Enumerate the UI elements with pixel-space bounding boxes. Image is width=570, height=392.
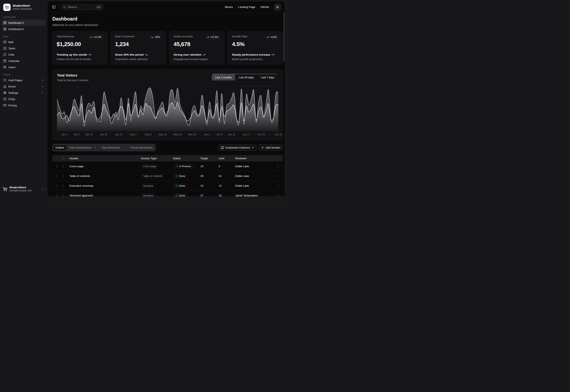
chevron-right-icon xyxy=(41,79,44,82)
tab-past-performance[interactable]: Past Performance3 xyxy=(67,144,99,151)
row-header-label[interactable]: Table of contents xyxy=(70,174,141,178)
row-checkbox[interactable] xyxy=(63,194,63,196)
sidebar-toggle-button[interactable] xyxy=(51,4,57,10)
limit-value[interactable]: 24 xyxy=(217,174,235,178)
limit-value[interactable]: 23 xyxy=(217,194,235,196)
sidebar-item-pricing[interactable]: Pricing xyxy=(2,102,46,108)
status-badge: Done xyxy=(173,184,187,188)
limit-value[interactable]: 13 xyxy=(217,184,235,187)
reviewer-value[interactable]: Eddie Lake xyxy=(235,174,273,178)
row-menu-button[interactable] xyxy=(275,164,281,169)
shield-icon xyxy=(3,79,6,82)
target-value[interactable]: 29 xyxy=(199,174,217,178)
sidebar-item-users[interactable]: Users xyxy=(2,64,46,70)
x-axis-tick: May 2 xyxy=(130,133,137,136)
row-menu-button[interactable] xyxy=(275,193,281,196)
row-checkbox[interactable] xyxy=(63,165,63,168)
stat-label: New Customers xyxy=(115,35,135,38)
table-row: Table of contents Table of contents Done… xyxy=(52,171,283,181)
chevron-down-icon xyxy=(251,146,254,149)
drag-handle[interactable] xyxy=(52,165,61,168)
sidebar-item-mail[interactable]: Mail xyxy=(2,39,46,45)
total-visitors-card: Total Visitors Total for the last 3 mont… xyxy=(52,70,283,140)
sidebar-item-auth-pages[interactable]: Auth Pages xyxy=(2,77,46,83)
column-header: Header xyxy=(70,157,141,160)
range-tab-last-30-days[interactable]: Last 30 days xyxy=(235,74,257,81)
sidebar-item-calendar[interactable]: Calendar xyxy=(2,58,46,64)
target-value[interactable]: 10 xyxy=(199,184,217,187)
calendar-icon xyxy=(3,59,6,62)
range-tab-last-7-days[interactable]: Last 7 days xyxy=(257,74,278,81)
search-box[interactable]: K xyxy=(61,4,103,10)
stat-trend-text: Strong user retention xyxy=(173,53,220,56)
tab-label: Focus Documents xyxy=(131,146,153,149)
row-checkbox[interactable] xyxy=(63,184,63,187)
sidebar-footer-account[interactable]: ShadcnStore store@example.com xyxy=(0,184,47,194)
drag-handle[interactable] xyxy=(52,184,61,187)
sidebar-nav: DashboardsDashboard 1Dashboard 2AppsMail… xyxy=(0,13,47,108)
sidebar-item-dashboard-2[interactable]: Dashboard 2 xyxy=(2,26,46,32)
row-header-label[interactable]: Technical approach xyxy=(70,194,141,196)
sidebar: ShadcnStore Admin Dashboard DashboardsDa… xyxy=(0,0,47,196)
sidebar-group-label: Dashboards xyxy=(0,13,47,19)
area-chart: Apr 4Apr 9Apr 14Apr 20Apr 26May 2May 8Ma… xyxy=(57,86,278,138)
reviewer-value[interactable]: Eddie Lake xyxy=(235,165,273,168)
x-axis-tick: Jun 30 xyxy=(275,133,282,136)
row-checkbox[interactable] xyxy=(63,174,63,178)
customize-columns-button[interactable]: Customize Columns xyxy=(218,144,257,151)
theme-toggle-button[interactable] xyxy=(274,4,281,10)
command-icon xyxy=(97,6,99,8)
tab-outline[interactable]: Outline xyxy=(53,145,67,150)
check-circle-icon xyxy=(175,184,178,187)
reviewer-value[interactable]: Eddie Lake xyxy=(235,184,273,187)
range-tab-last-3-months[interactable]: Last 3 months xyxy=(212,74,235,81)
stat-label: Total Revenue xyxy=(57,35,74,38)
search-icon xyxy=(63,6,66,9)
table-row: Cover page Cover page In Process 18 5 Ed… xyxy=(52,162,283,171)
app-logo-block[interactable]: ShadcnStore Admin Dashboard xyxy=(0,0,47,13)
sidebar-item-dashboard-1[interactable]: Dashboard 1 xyxy=(2,20,46,26)
sidebar-item-errors[interactable]: Errors xyxy=(2,84,46,89)
search-input[interactable] xyxy=(68,5,94,9)
row-menu-button[interactable] xyxy=(275,173,281,179)
add-section-button[interactable]: Add Section xyxy=(258,144,283,151)
shopping-cart-icon xyxy=(3,187,7,191)
topbar: K BlocksLanding PageGitHub xyxy=(47,1,285,13)
sidebar-item-faqs[interactable]: FAQs xyxy=(2,96,46,102)
trend-up-icon xyxy=(89,36,92,39)
limit-value[interactable]: 5 xyxy=(217,165,235,168)
chevron-right-icon xyxy=(41,85,44,88)
tab-key-personnel[interactable]: Key Personnel2 xyxy=(100,144,128,151)
stat-value: $1,250.00 xyxy=(57,41,103,47)
sections-table: Header Section Type Status Target Limit … xyxy=(52,155,283,196)
trend-up-icon xyxy=(271,53,274,56)
scrollbar-thumb[interactable] xyxy=(284,13,285,61)
table-toolbar: OutlinePast Performance3Key Personnel2Fo… xyxy=(52,144,283,151)
x-axis-tick: May 14 xyxy=(159,133,167,136)
target-value[interactable]: 27 xyxy=(199,194,217,196)
sidebar-item-chat[interactable]: Chat xyxy=(2,52,46,58)
topbar-link-blocks[interactable]: Blocks xyxy=(225,5,233,9)
topbar-link-github[interactable]: GitHub xyxy=(260,5,269,9)
sidebar-item-label: Calendar xyxy=(8,59,19,62)
sidebar-item-settings[interactable]: Settings xyxy=(2,90,46,96)
app-subtitle: Admin Dashboard xyxy=(13,8,32,11)
mail-icon xyxy=(3,40,6,44)
panels-icon xyxy=(3,28,6,31)
row-header-label[interactable]: Cover page xyxy=(70,165,141,168)
row-header-label[interactable]: Executive summary xyxy=(70,184,141,187)
topbar-link-landing-page[interactable]: Landing Page xyxy=(238,5,255,9)
sidebar-item-label: FAQs xyxy=(8,98,15,101)
ellipsis-vertical-icon[interactable] xyxy=(41,187,44,191)
sidebar-item-tasks[interactable]: Tasks xyxy=(2,45,46,51)
sidebar-item-label: Chat xyxy=(8,53,14,56)
reviewer-value[interactable]: Jamik Tashpulatov xyxy=(235,194,273,196)
section-tabs: OutlinePast Performance3Key Personnel2Fo… xyxy=(52,144,156,151)
target-value[interactable]: 18 xyxy=(199,165,217,168)
shopping-cart-logo-icon xyxy=(3,4,11,11)
drag-handle[interactable] xyxy=(52,194,61,196)
select-all-checkbox[interactable] xyxy=(63,157,63,160)
tab-focus-documents[interactable]: Focus Documents xyxy=(128,145,155,150)
drag-handle[interactable] xyxy=(52,175,61,178)
row-menu-button[interactable] xyxy=(275,183,281,189)
